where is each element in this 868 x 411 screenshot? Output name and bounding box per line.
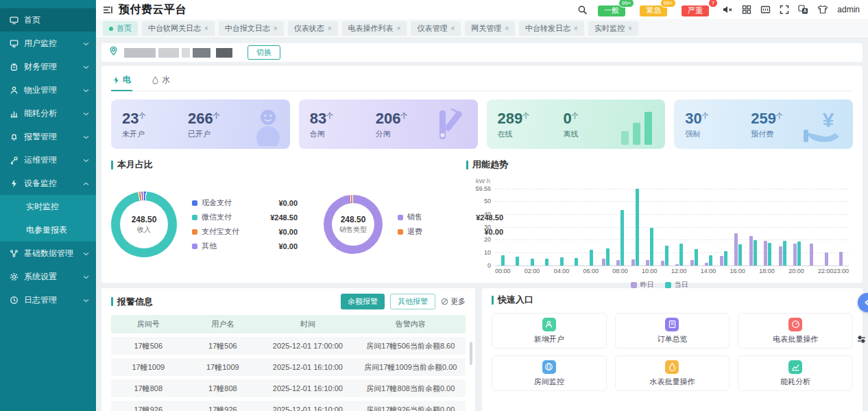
tab-home[interactable]: 首页 bbox=[103, 21, 138, 36]
balance-alarm-button[interactable]: 余额报警 bbox=[341, 294, 385, 309]
sidebar-item-6[interactable]: 报警管理 bbox=[0, 125, 96, 148]
y-axis-tick: 10 bbox=[484, 249, 491, 256]
grid-icon[interactable] bbox=[742, 5, 751, 14]
energy-bar-chart: kW·h0102030405059.56 bbox=[495, 189, 849, 266]
alarm-badge-count: 7 bbox=[709, 0, 717, 7]
sidebar-item-2[interactable]: 用户监控 bbox=[0, 32, 96, 55]
bar-group bbox=[628, 189, 643, 266]
bar-group bbox=[805, 244, 820, 266]
donut-center-value: 248.50 bbox=[341, 215, 366, 224]
tab-close-icon[interactable]: × bbox=[505, 25, 509, 32]
chevron-down-icon bbox=[83, 155, 89, 165]
tab-1[interactable]: 中台软网关日志× bbox=[142, 21, 215, 36]
x-axis-tick: 02:00 bbox=[525, 268, 540, 274]
bar-group bbox=[540, 259, 555, 266]
location-pin-icon bbox=[108, 46, 119, 59]
sidebar-item-1[interactable]: 首页 bbox=[0, 8, 96, 32]
table-scrollbar[interactable] bbox=[470, 342, 472, 365]
tab-8[interactable]: 实时监控× bbox=[588, 21, 638, 36]
sidebar-item-3[interactable]: 财务管理 bbox=[0, 55, 96, 78]
quick-entry-4[interactable]: 房间监控 bbox=[492, 355, 607, 391]
bar-当日 bbox=[516, 257, 519, 266]
shirt-icon[interactable] bbox=[817, 5, 828, 14]
alarm-bell-icon bbox=[10, 132, 19, 141]
legend-name: 支付宝支付 bbox=[202, 226, 250, 237]
mute-icon[interactable] bbox=[722, 5, 733, 14]
quick-entry-5[interactable]: 水表批量操作 bbox=[615, 355, 730, 391]
utility-tab-water[interactable]: 水 bbox=[150, 70, 171, 91]
sidebar-item-5[interactable]: 能耗分析 bbox=[0, 102, 96, 125]
tab-close-icon[interactable]: × bbox=[628, 25, 632, 32]
adjust-float-icon[interactable] bbox=[857, 333, 866, 346]
tab-close-icon[interactable]: × bbox=[450, 25, 455, 32]
alarm-badge-label: 紧急 bbox=[640, 5, 667, 16]
tab-label: 中台软网关日志 bbox=[148, 23, 201, 34]
sidebar: 首页用户监控财务管理物业管理能耗分析报警管理运维管理设备监控实时监控电参量报表基… bbox=[0, 0, 96, 411]
table-cell: 房间17幢1009当前余额0.00 bbox=[356, 362, 466, 373]
bar-group bbox=[642, 228, 658, 266]
quick-entry-panel: 快速入口 新增开户订单总览电表批量操作房间监控水表批量操作能耗分析 bbox=[482, 288, 863, 411]
quick-entry-2[interactable]: 订单总览 bbox=[615, 313, 730, 349]
table-cell: 2025-12-01 16:10:00 bbox=[260, 384, 356, 392]
stat-label: 强制 bbox=[685, 129, 751, 139]
user-name[interactable]: admin bbox=[837, 5, 860, 14]
bar-group bbox=[687, 249, 702, 266]
screen-icon[interactable] bbox=[760, 5, 771, 14]
sidebar-subitem[interactable]: 实时监控 bbox=[0, 195, 96, 218]
chevron-down-icon bbox=[83, 295, 89, 305]
bar-group bbox=[525, 259, 540, 266]
content-area: 切换 电水 23个未开户266个已开户83个合闸206个分闸289个在线0个离线… bbox=[96, 38, 868, 411]
legend-value: ¥248.50 bbox=[262, 213, 298, 222]
bar-group bbox=[834, 252, 849, 266]
quick-entry-6[interactable]: 能耗分析 bbox=[738, 355, 853, 391]
search-icon-btn[interactable] bbox=[577, 5, 588, 15]
tab-close-icon[interactable]: × bbox=[328, 25, 332, 32]
table-header-cell: 时间 bbox=[260, 319, 356, 329]
sidebar-item-label: 设备监控 bbox=[24, 178, 83, 189]
x-axis-tick: 04:00 bbox=[554, 268, 570, 274]
quick-entry-3[interactable]: 电表批量操作 bbox=[738, 313, 853, 349]
sidebar-item-9[interactable]: 基础数据管理 bbox=[0, 242, 96, 265]
tab-bar: 首页中台软网关日志×中台报文日志×仪表状态×电表操作列表×仪表管理×网关管理×中… bbox=[96, 19, 868, 38]
chevron-down-icon bbox=[83, 108, 89, 118]
tab-close-icon[interactable]: × bbox=[397, 25, 401, 32]
x-axis-tick: 12:00 bbox=[671, 268, 687, 274]
legend-swatch bbox=[192, 229, 197, 235]
sidebar-item-11[interactable]: 日志管理 bbox=[0, 288, 96, 312]
sidebar-item-10[interactable]: 系统设置 bbox=[0, 265, 96, 288]
tab-3[interactable]: 仪表状态× bbox=[288, 21, 338, 36]
sidebar-item-7[interactable]: 运维管理 bbox=[0, 148, 96, 172]
tab-7[interactable]: 中台转发日志× bbox=[519, 21, 584, 36]
switch-campus-button[interactable]: 切换 bbox=[248, 45, 280, 60]
other-alarm-button[interactable]: 其他报警 bbox=[390, 294, 435, 309]
utility-tab-electric[interactable]: 电 bbox=[111, 70, 132, 91]
fullscreen-icon[interactable] bbox=[780, 5, 789, 14]
collapse-menu-icon[interactable] bbox=[103, 5, 113, 14]
more-link[interactable]: 更多 bbox=[441, 296, 466, 307]
tab-6[interactable]: 网关管理× bbox=[465, 21, 515, 36]
alarm-badge-1[interactable]: 一般99+ bbox=[598, 3, 625, 16]
tab-close-icon[interactable]: × bbox=[204, 25, 208, 32]
translate-icon[interactable]: A bbox=[798, 5, 808, 14]
sidebar-item-label: 报警管理 bbox=[24, 131, 83, 143]
alarm-badge-2[interactable]: 紧急99+ bbox=[640, 3, 667, 16]
tab-5[interactable]: 仪表管理× bbox=[411, 21, 461, 36]
bar-昨日 bbox=[705, 263, 708, 266]
sidebar-subitem[interactable]: 电参量报表 bbox=[0, 218, 96, 242]
bar-当日 bbox=[531, 259, 534, 266]
table-cell: 房间17幢506当前余额8.60 bbox=[356, 341, 466, 351]
tab-close-icon[interactable]: × bbox=[274, 25, 278, 32]
data-icon bbox=[10, 249, 19, 258]
quick-entry-1[interactable]: 新增开户 bbox=[492, 313, 607, 349]
masked-campus-name bbox=[216, 48, 232, 58]
tab-4[interactable]: 电表操作列表× bbox=[342, 21, 407, 36]
sidebar-item-4[interactable]: 物业管理 bbox=[0, 78, 96, 102]
sidebar-item-8[interactable]: 设备监控 bbox=[0, 172, 96, 195]
tab-2[interactable]: 中台报文日志× bbox=[219, 21, 284, 36]
y-axis-tick: 30 bbox=[484, 224, 491, 231]
alarm-badge-3[interactable]: 严重7 bbox=[682, 3, 709, 16]
section-title-month-ratio: 本月占比 bbox=[111, 158, 461, 171]
stat-label: 合闸 bbox=[310, 129, 376, 139]
tab-close-icon[interactable]: × bbox=[574, 25, 578, 32]
masked-campus-name bbox=[193, 48, 210, 58]
